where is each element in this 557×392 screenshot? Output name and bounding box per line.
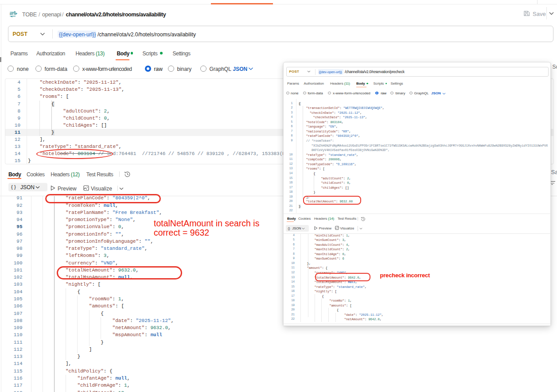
svg-text:HTTP: HTTP [10, 12, 17, 16]
